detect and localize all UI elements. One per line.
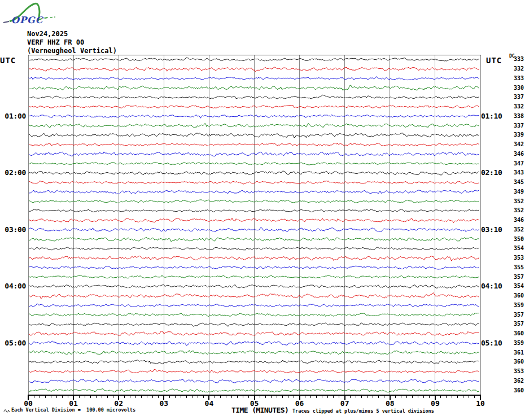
seismo-trace	[29, 123, 479, 127]
left-hour-label: 03:00	[0, 225, 26, 234]
right-hour-label: 05:10	[481, 339, 505, 347]
seismo-trace	[29, 58, 479, 61]
dc-offset-value: 347	[508, 160, 524, 167]
dc-offset-value: 342	[508, 141, 524, 148]
seismo-trace	[29, 389, 479, 392]
dc-offset-value: 339	[508, 132, 524, 138]
dc-offset-value: 350	[508, 236, 524, 243]
dc-offset-value: 355	[508, 264, 524, 271]
dc-offset-value: 352	[508, 207, 524, 214]
dc-offset-value: 352	[508, 226, 524, 233]
seismo-trace	[29, 228, 479, 231]
dc-offset-value: 333	[508, 56, 524, 63]
dc-offset-value: 349	[508, 189, 524, 195]
seismo-trace	[29, 209, 479, 212]
seismo-trace	[29, 115, 479, 118]
seismo-trace	[29, 133, 479, 138]
x-axis-title: TIME (MINUTES)	[231, 406, 288, 415]
seismo-trace	[29, 379, 479, 383]
x-tick-label: 00	[24, 400, 33, 408]
right-hour-label: 03:10	[481, 225, 505, 234]
dc-offset-value: 332	[508, 65, 524, 72]
seismo-trace	[29, 171, 479, 176]
seismo-trace	[29, 95, 479, 99]
x-tick-label: 02	[114, 400, 123, 408]
dc-offset-value: 359	[508, 340, 524, 347]
dc-offset-value: 357	[508, 312, 524, 318]
seismo-trace	[29, 323, 479, 326]
dc-offset-value: 359	[508, 302, 524, 309]
x-tick-label: 01	[69, 400, 78, 408]
helicorder-page: OPGC Nov24,2025 VERF HHZ FR 00 (Verneugh…	[0, 0, 525, 420]
seismo-trace	[29, 313, 479, 317]
dc-offset-value: 346	[508, 151, 524, 158]
dc-offset-value: 330	[508, 85, 524, 91]
seismo-trace	[29, 341, 479, 345]
left-hour-label: 02:00	[0, 168, 26, 177]
dc-offset-value: 345	[508, 179, 524, 186]
seismo-trace	[29, 266, 479, 269]
x-tick-label: 08	[386, 400, 395, 408]
seismo-trace	[29, 237, 479, 242]
clip-note: Traces clipped at plus/minus 5 vertical …	[292, 409, 434, 414]
seismo-trace	[29, 369, 479, 373]
dc-offset-value: 360	[508, 330, 524, 337]
helicorder-plot[interactable]	[0, 0, 525, 420]
seismo-trace	[29, 106, 479, 108]
dc-offset-value: 352	[508, 198, 524, 205]
dc-offset-value: 346	[508, 217, 524, 224]
seismo-trace	[29, 162, 479, 165]
left-hour-label: 01:00	[0, 112, 26, 120]
seismo-trace	[29, 304, 479, 307]
x-tick-label: 07	[340, 400, 349, 408]
seismo-trace	[29, 360, 479, 364]
dc-offset-value: 354	[508, 245, 524, 252]
right-hour-label: 02:10	[481, 168, 505, 177]
dc-offset-value: 353	[508, 255, 524, 261]
scale-note: Each Vertical Division = 100.00 microvol…	[11, 408, 135, 413]
dc-offset-value: 338	[508, 113, 524, 120]
dc-offset-value: 357	[508, 274, 524, 281]
dc-offset-value: 362	[508, 378, 524, 384]
x-tick-label: 09	[431, 400, 440, 408]
seismo-trace	[29, 285, 479, 288]
seismo-trace	[29, 293, 479, 299]
seismo-trace	[29, 200, 479, 203]
right-hour-label: 04:10	[481, 282, 505, 290]
seismo-trace	[29, 143, 479, 146]
seismo-trace	[29, 181, 479, 184]
dc-offset-value: 357	[508, 321, 524, 327]
left-hour-label: 05:00	[0, 339, 26, 347]
dc-offset-value: 333	[508, 75, 524, 82]
seismo-trace	[29, 351, 479, 355]
seismo-trace	[29, 77, 479, 81]
x-tick-label: 06	[295, 400, 304, 408]
dc-offset-value: 337	[508, 123, 524, 129]
seismo-trace	[29, 331, 479, 336]
dc-offset-value: 354	[508, 283, 524, 290]
dc-offset-value: 360	[508, 292, 524, 299]
x-tick-label: 04	[205, 400, 214, 408]
seismo-trace	[29, 247, 479, 250]
seismo-trace	[29, 190, 479, 194]
seismo-trace	[29, 152, 479, 156]
dc-offset-value: 361	[508, 349, 524, 356]
dc-offset-value: 332	[508, 103, 524, 110]
x-tick-label: 03	[159, 400, 168, 408]
dc-offset-value: 353	[508, 368, 524, 375]
left-hour-label: 04:00	[0, 282, 26, 290]
seismo-trace	[29, 275, 479, 278]
seismo-trace	[29, 85, 479, 90]
dc-offset-value: 343	[508, 169, 524, 176]
right-hour-label: 01:10	[481, 112, 505, 120]
squiggle-icon	[3, 408, 11, 413]
dc-offset-value: 337	[508, 94, 524, 100]
x-tick-label: 05	[250, 400, 259, 408]
dc-offset-value: 360	[508, 358, 524, 365]
seismo-trace	[29, 218, 479, 222]
seismo-trace	[29, 256, 479, 261]
seismo-trace	[29, 67, 479, 72]
dc-offset-value: 360	[508, 387, 524, 394]
x-tick-label: 10	[476, 400, 485, 408]
